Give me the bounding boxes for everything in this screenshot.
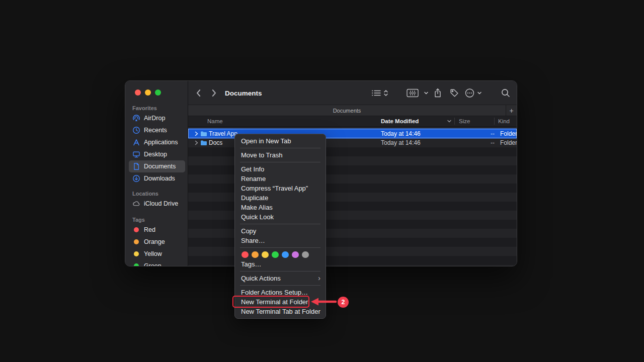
menu-separator [240,162,320,162]
green-tag-icon [134,263,139,266]
green-tag-dot[interactable] [272,251,279,258]
menu-item-new-terminal-tab-at-folder[interactable]: New Terminal Tab at Folder [235,307,326,316]
menu-item-copy[interactable]: Copy [235,226,326,236]
disclosure-chevron-icon[interactable] [195,131,198,136]
clock-icon [132,126,140,134]
yellow-tag-icon [134,251,139,256]
more-actions-chevron[interactable] [477,91,482,95]
red-tag-icon [134,227,139,232]
tags-toolbar-button[interactable] [450,88,459,98]
zoom-button[interactable] [155,89,161,96]
submenu-chevron-icon: › [318,274,320,283]
chevron-down-icon [424,91,429,95]
sidebar-item-tag-yellow[interactable]: Yellow [129,248,185,260]
more-actions-button[interactable] [465,88,474,98]
sidebar-item-icloud-drive[interactable]: iCloud Drive [129,198,185,210]
sidebar-item-documents[interactable]: Documents [129,160,185,172]
sidebar-item-airdrop[interactable]: AirDrop [129,112,185,124]
orange-tag-dot[interactable] [252,251,259,258]
menu-item-get-info[interactable]: Get Info [235,164,326,174]
folder-icon [200,131,207,137]
sidebar-item-tag-red[interactable]: Red [129,224,185,236]
menu-separator [240,285,320,286]
menu-item-compress[interactable]: Compress “Travel App” [235,184,326,193]
share-button[interactable] [434,88,442,98]
orange-tag-icon [134,239,139,244]
gray-tag-dot[interactable] [302,251,309,258]
view-selector-chevrons[interactable] [383,89,388,97]
desktop-icon [132,150,140,158]
tag-icon [450,88,459,98]
menu-separator [240,271,320,272]
purple-tag-dot[interactable] [292,251,299,258]
chevron-left-icon [196,88,201,97]
window-controls [135,89,161,96]
column-divider [454,118,455,125]
tab-bar: Documents + [188,105,517,116]
context-menu: Open in New Tab Move to Trash Get Info R… [234,134,326,319]
column-date-modified[interactable]: Date Modified [381,118,419,124]
group-chevron[interactable] [424,91,429,95]
menu-item-move-to-trash[interactable]: Move to Trash [235,150,326,160]
annotation-arrow [310,297,337,307]
airdrop-icon [132,114,140,122]
sidebar-item-desktop[interactable]: Desktop [129,148,185,160]
favorites-section-label: Favorites [125,104,188,112]
menu-item-rename[interactable]: Rename [235,174,326,184]
tag-color-row [235,250,326,259]
forward-button[interactable] [211,88,217,97]
menu-item-duplicate[interactable]: Duplicate [235,193,326,203]
group-button[interactable] [407,88,419,97]
menu-item-quick-look[interactable]: Quick Look [235,212,326,222]
sidebar-item-tag-green[interactable]: Green [129,260,185,266]
locations-section-label: Locations [125,190,188,198]
sort-chevron-icon[interactable] [447,119,452,123]
red-tag-dot[interactable] [242,251,249,258]
group-icon [407,88,419,97]
sidebar-item-tag-orange[interactable]: Orange [129,236,185,248]
menu-separator [240,224,320,224]
share-icon [434,88,442,98]
toolbar: Documents [188,81,517,105]
tab-documents[interactable]: Documents [188,105,506,116]
yellow-tag-dot[interactable] [262,251,269,258]
cloud-icon [132,200,140,208]
sidebar-item-recents[interactable]: Recents [129,124,185,136]
menu-item-quick-actions[interactable]: Quick Actions › [235,274,326,283]
minimize-button[interactable] [145,89,151,96]
chevron-down-icon [477,91,482,95]
list-view-button[interactable] [371,89,381,97]
back-button[interactable] [196,88,201,97]
disclosure-chevron-icon[interactable] [195,140,198,145]
column-name[interactable]: Name [207,118,223,124]
sidebar-item-applications[interactable]: Applications [129,136,185,148]
annotation-step-badge: 2 [338,297,349,308]
download-circle-icon [132,174,140,183]
menu-item-open-in-new-tab[interactable]: Open in New Tab [235,136,326,146]
chevron-right-icon [211,88,217,97]
page-title: Documents [225,89,262,97]
column-kind[interactable]: Kind [498,118,510,124]
annotation-highlight-box [232,296,309,308]
menu-item-share[interactable]: Share… [235,236,326,245]
close-button[interactable] [135,89,141,96]
folder-icon [200,140,207,146]
applications-icon [132,138,140,146]
menu-separator [240,148,320,148]
sidebar: Favorites AirDrop Recents Applications [125,81,188,266]
column-divider [494,118,495,125]
sidebar-item-downloads[interactable]: Downloads [129,172,185,185]
column-size[interactable]: Size [459,118,470,124]
plus-icon: + [509,107,513,115]
tags-section-label: Tags [125,216,188,224]
search-button[interactable] [501,88,510,98]
new-tab-button[interactable]: + [506,105,517,116]
blue-tag-dot[interactable] [282,251,289,258]
search-icon [501,88,510,98]
sort-chevrons-icon [383,89,388,97]
menu-item-make-alias[interactable]: Make Alias [235,203,326,212]
document-icon [132,162,140,170]
menu-separator [240,247,320,248]
column-headers: Name Date Modified Size Kind [188,116,517,127]
menu-item-tags[interactable]: Tags… [235,259,326,269]
